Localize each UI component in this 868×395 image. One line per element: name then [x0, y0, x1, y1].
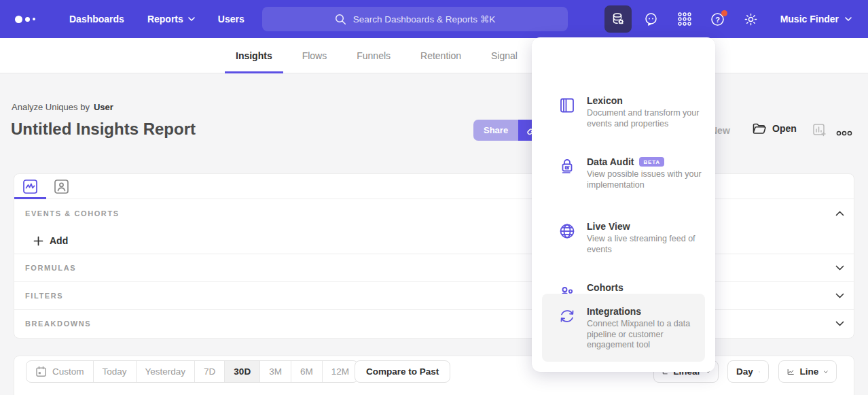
nav-dashboards[interactable]: Dashboards — [69, 14, 124, 24]
section-breakdowns[interactable]: BREAKDOWNS — [14, 309, 854, 337]
tab-flows[interactable]: Flows — [287, 38, 342, 73]
ellipsis-icon — [836, 131, 852, 136]
range-6m-label: 6M — [300, 366, 313, 377]
apps-grid-icon[interactable] — [671, 5, 698, 33]
chevron-down-icon[interactable] — [835, 265, 844, 271]
tab-insights[interactable]: Insights — [221, 38, 287, 73]
range-yesterday[interactable]: Yesterday — [136, 361, 195, 382]
range-7d[interactable]: 7D — [194, 361, 224, 382]
project-name: Music Finder — [780, 14, 839, 24]
person-icon — [54, 179, 69, 194]
data-management-dropdown: Lexicon Document and transform your even… — [532, 37, 715, 372]
events-view-tab[interactable] — [21, 177, 39, 195]
data-management-icon[interactable] — [604, 5, 632, 33]
svg-text:?: ? — [715, 15, 720, 23]
cohorts-title: Cohorts — [587, 282, 623, 293]
query-builder-panel: EVENTS & COHORTS Add FORMULAS FILTERS BR… — [14, 173, 854, 339]
chart-type-select[interactable]: Line — [778, 360, 837, 383]
menu-item-text: Lexicon Document and transform your even… — [587, 95, 706, 129]
data-audit-desc: View possible issues with your implement… — [587, 169, 706, 190]
range-7d-label: 7D — [204, 366, 215, 377]
search-icon — [335, 14, 346, 25]
page-title[interactable]: Untitled Insights Report — [11, 120, 196, 139]
compare-to-past-button[interactable]: Compare to Past — [355, 360, 450, 383]
menu-item-text: Data Audit BETA View possible issues wit… — [587, 156, 706, 190]
live-view-desc: View a live streaming feed of events — [587, 234, 706, 255]
chevron-up-icon[interactable] — [835, 211, 844, 216]
feedback-icon[interactable] — [638, 5, 665, 33]
subtitle-entity[interactable]: User — [94, 102, 113, 112]
section-filters[interactable]: FILTERS — [14, 281, 854, 309]
line-chart-icon — [787, 366, 794, 377]
notification-dot — [721, 10, 727, 16]
add-to-dashboard-icon[interactable] — [812, 123, 827, 140]
nav-right-cluster: ? Music Finder — [604, 0, 868, 38]
folder-icon — [753, 122, 766, 135]
project-switcher[interactable]: Music Finder — [780, 14, 852, 24]
range-today[interactable]: Today — [93, 361, 136, 382]
add-event-row: Add — [14, 228, 854, 254]
globe-icon — [558, 222, 576, 243]
tab-signal[interactable]: Signal — [476, 38, 532, 73]
add-event-button[interactable]: Add — [33, 235, 68, 246]
nav-users[interactable]: Users — [218, 14, 245, 24]
tab-signal-label: Signal — [491, 50, 518, 61]
chevron-down-icon — [824, 370, 828, 374]
section-events-cohorts[interactable]: EVENTS & COHORTS — [14, 199, 854, 228]
tab-insights-label: Insights — [236, 50, 272, 61]
section-formulas[interactable]: FORMULAS — [14, 254, 854, 281]
share-label: Share — [484, 125, 508, 135]
share-button[interactable]: Share — [473, 120, 518, 141]
tab-funnels[interactable]: Funnels — [342, 38, 405, 73]
range-30d-label: 30D — [234, 366, 251, 377]
menu-item-text: Integrations Connect Mixpanel to a data … — [587, 306, 706, 351]
nav-dashboards-label: Dashboards — [69, 14, 124, 24]
chevron-down-icon[interactable] — [835, 293, 844, 298]
report-tabbar: Insights Flows Funnels Retention Signal … — [0, 38, 868, 73]
nav-reports-label: Reports — [147, 14, 183, 24]
data-audit-title: Data Audit — [587, 156, 634, 167]
top-nav: Dashboards Reports Users Search Dashboar… — [0, 0, 868, 38]
interval-label: Day — [736, 366, 753, 377]
users-view-tab[interactable] — [52, 177, 70, 195]
settings-gear-icon[interactable] — [738, 5, 765, 33]
section-breakdowns-label: BREAKDOWNS — [25, 320, 91, 328]
beta-badge: BETA — [639, 157, 664, 167]
range-3m[interactable]: 3M — [259, 361, 291, 382]
chevron-down-icon — [188, 17, 195, 21]
report-subtitle: Analyze Uniques byUser — [12, 102, 113, 112]
subtitle-prefix: Analyze Uniques by — [12, 102, 90, 112]
range-6m[interactable]: 6M — [291, 361, 322, 382]
book-icon — [558, 97, 576, 117]
range-custom-label: Custom — [52, 366, 84, 377]
lock-audit-icon — [558, 158, 576, 178]
range-3m-label: 3M — [269, 366, 282, 377]
menu-item-text: Live View View a live streaming feed of … — [587, 221, 706, 255]
open-report-button[interactable]: Open — [753, 122, 797, 135]
tab-funnels-label: Funnels — [357, 50, 391, 61]
search-placeholder: Search Dashboards & Reports ⌘K — [353, 14, 495, 24]
nav-users-label: Users — [218, 14, 245, 24]
chevron-down-icon[interactable] — [835, 321, 844, 326]
integrations-title: Integrations — [587, 306, 641, 317]
range-12m[interactable]: 12M — [322, 361, 358, 382]
section-filters-label: FILTERS — [25, 292, 63, 300]
nav-reports[interactable]: Reports — [147, 14, 195, 24]
chevron-down-icon — [759, 370, 760, 374]
search-input[interactable]: Search Dashboards & Reports ⌘K — [262, 7, 568, 31]
tab-retention[interactable]: Retention — [405, 38, 476, 73]
interval-select[interactable]: Day — [727, 360, 769, 383]
help-icon[interactable]: ? — [704, 5, 731, 33]
more-options-button[interactable] — [836, 126, 852, 139]
plus-icon — [33, 236, 43, 246]
range-30d[interactable]: 30D — [224, 361, 259, 382]
range-yesterday-label: Yesterday — [145, 366, 186, 377]
sync-icon — [558, 307, 576, 328]
range-custom[interactable]: Custom — [26, 361, 93, 382]
chevron-down-icon — [845, 17, 852, 21]
range-12m-label: 12M — [331, 366, 349, 377]
mixpanel-logo[interactable] — [15, 16, 46, 23]
menu-item-integrations[interactable]: Integrations Connect Mixpanel to a data … — [542, 294, 705, 362]
add-label: Add — [50, 235, 68, 246]
live-view-title: Live View — [587, 221, 630, 232]
